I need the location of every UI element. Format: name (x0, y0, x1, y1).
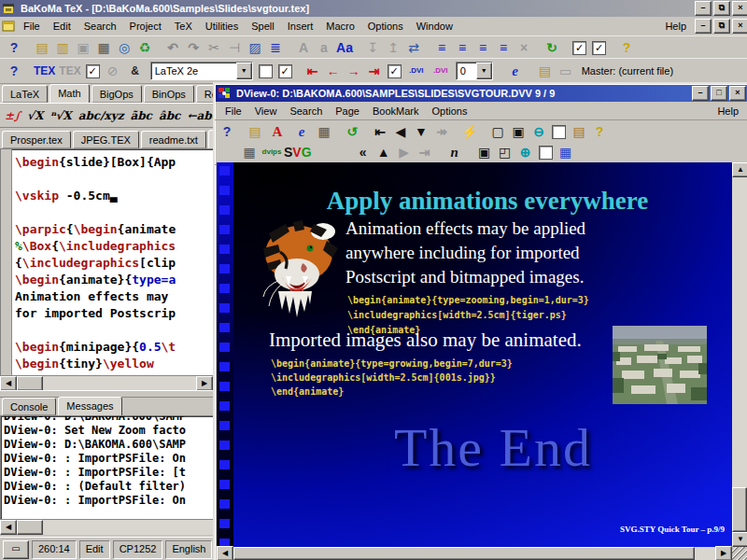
palette-x-button[interactable]: ⁿ√X (49, 109, 71, 122)
counter-dropdown-icon[interactable]: ▼ (476, 63, 492, 79)
menu-bookmark[interactable]: BookMark (366, 104, 426, 119)
menu-page[interactable]: Page (329, 104, 366, 119)
zoom-in-icon[interactable]: ⊕ (515, 143, 536, 161)
viewer-vscrollbar[interactable]: ▲ ▼ (732, 162, 747, 547)
menu-edit[interactable]: Edit (47, 19, 78, 34)
restore-button[interactable]: ⧉ (713, 1, 730, 16)
paste-icon[interactable]: ▨ (245, 38, 265, 57)
tex-stop-icon[interactable]: TEX (57, 62, 82, 80)
nav-first-icon[interactable]: ⇤ (303, 62, 323, 80)
nav-prev-icon[interactable]: ← (323, 62, 344, 80)
menu-macro[interactable]: Macro (319, 19, 361, 34)
cancel-icon[interactable]: × (514, 38, 534, 57)
option-1-checkbox[interactable]: ✓ (572, 41, 586, 55)
menu-spell[interactable]: Spell (245, 19, 280, 34)
sync-icon[interactable]: ⇄ (403, 38, 424, 57)
viewer-minimize-button[interactable]: – (692, 86, 709, 101)
import-icon[interactable]: ▤ (535, 62, 556, 80)
print-preview-icon[interactable]: ▦ (314, 122, 334, 141)
page-border-icon[interactable]: ▣ (474, 143, 495, 161)
svg-export-icon[interactable]: SVG (284, 143, 312, 161)
doc-restore-button[interactable]: ⧉ (713, 19, 730, 34)
v-opt2-checkbox[interactable] (539, 146, 553, 160)
open-file-icon[interactable]: ▤ (32, 38, 52, 57)
format-list-icon[interactable]: ≣ (265, 38, 286, 57)
v-back-icon[interactable]: ↺ (342, 122, 362, 141)
v-context-help-icon[interactable]: ? (589, 122, 610, 141)
dvi-search-icon[interactable]: .DVI (429, 62, 453, 80)
menu-search[interactable]: Search (283, 104, 329, 119)
opt-a-checkbox[interactable] (259, 64, 273, 78)
move-down-icon[interactable]: ↧ (362, 38, 383, 57)
page-prev-icon[interactable]: ◀ (390, 122, 411, 141)
palette-bc-button[interactable]: ãbc (130, 109, 151, 122)
auto-compile-checkbox[interactable]: ✓ (86, 64, 100, 78)
tab-math[interactable]: Math (49, 84, 89, 103)
page-last-icon[interactable]: ⇥ (415, 143, 435, 161)
v-opt1-checkbox[interactable] (552, 125, 566, 139)
opt-c-checkbox[interactable]: ✓ (388, 64, 402, 78)
viewer-hscrollbar[interactable]: ◀ ▶ (217, 547, 732, 560)
uppercase-icon[interactable]: A (293, 38, 314, 57)
align-center-icon[interactable]: ≡ (452, 38, 472, 57)
viewer-close-button[interactable]: × (729, 86, 746, 101)
doc-close-button[interactable]: × (732, 19, 747, 34)
flashlight-icon[interactable]: ⚡ (459, 122, 480, 141)
acrobat-icon[interactable]: A (265, 122, 289, 141)
option-2-checkbox[interactable]: ✓ (592, 41, 606, 55)
palette-x-button[interactable]: √X (27, 109, 43, 122)
tab-relops[interactable]: RelOps (196, 85, 213, 103)
viewer-maximize-button[interactable]: □ (711, 86, 727, 101)
scroll-up-icon[interactable]: ▲ (732, 162, 747, 177)
ampersand-icon[interactable]: & (123, 62, 148, 80)
page-corner-icon[interactable]: ◰ (495, 143, 515, 161)
editor[interactable]: \begin{slide}[Box]{App\vskip -0.5cm▃\par… (0, 148, 215, 377)
find-in-files-icon[interactable]: ◎ (114, 38, 134, 57)
document-window-icon[interactable] (2, 21, 15, 32)
palette-bc-button[interactable]: âbc (159, 109, 180, 122)
tab-jpeg-tex[interactable]: JPEG.TEX (73, 131, 139, 148)
save-icon[interactable]: ▣ (73, 38, 93, 57)
opt-b-checkbox[interactable]: ✓ (278, 64, 292, 78)
console-hscrollbar[interactable]: ◀ (0, 519, 213, 535)
slide-up-icon[interactable]: ▲ (374, 143, 394, 161)
tab-readme-txt[interactable]: readme.txt (141, 131, 206, 148)
context-help-icon[interactable]: ? (616, 38, 637, 57)
editor-hscroll-thumb[interactable] (17, 376, 43, 391)
tex-compile-icon[interactable]: TEX (32, 62, 57, 80)
format-select[interactable]: LaTeX 2e▼ (150, 62, 253, 80)
viewer-menu-help[interactable]: Help (711, 104, 745, 119)
vscroll-thumb[interactable] (732, 487, 747, 532)
print-icon[interactable]: ▦ (93, 38, 114, 57)
scroll-right-icon[interactable]: ▶ (196, 376, 213, 391)
console-hscroll-thumb[interactable] (17, 520, 43, 535)
scroll-right-icon[interactable]: ▶ (715, 546, 732, 560)
menu-file[interactable]: File (218, 104, 248, 119)
cut-icon[interactable]: ✂ (204, 38, 224, 57)
browser-icon[interactable]: e (503, 62, 528, 80)
v-browser-icon[interactable]: e (289, 122, 314, 141)
doc-anchor-icon[interactable]: ▤ (569, 122, 589, 141)
editor-code[interactable]: \begin{slide}[Box]{App\vskip -0.5cm▃\par… (12, 149, 176, 376)
align-right-icon[interactable]: ≡ (472, 38, 493, 57)
tab-bigops[interactable]: BigOps (92, 85, 142, 103)
counter-select[interactable]: 0▼ (456, 62, 493, 80)
page-frame-icon[interactable]: ▣ (508, 122, 529, 141)
scroll-left-icon[interactable]: ◀ (217, 546, 233, 560)
resize-grip[interactable] (732, 547, 747, 560)
menu-utilities[interactable]: Utilities (199, 19, 245, 34)
scroll-down-icon[interactable]: ▼ (732, 532, 747, 547)
display-icon[interactable]: ▦ (556, 143, 576, 161)
tab-binops[interactable]: BinOps (144, 85, 194, 103)
minimize-button[interactable]: – (695, 1, 712, 16)
dvips-icon[interactable]: dvips (260, 143, 284, 161)
v-help-icon[interactable]: ? (217, 122, 237, 141)
menu-search[interactable]: Search (78, 19, 123, 34)
page-fwd2-icon[interactable]: ↠ (431, 122, 452, 141)
page-menu-icon[interactable]: ▼ (411, 122, 431, 141)
join-lines-icon[interactable]: ⊣ (224, 38, 245, 57)
capitalize-icon[interactable]: Aa (334, 38, 355, 57)
tab-console[interactable]: Console (2, 398, 56, 415)
export-icon[interactable]: ▭ (556, 62, 576, 80)
menu-view[interactable]: View (248, 104, 284, 119)
